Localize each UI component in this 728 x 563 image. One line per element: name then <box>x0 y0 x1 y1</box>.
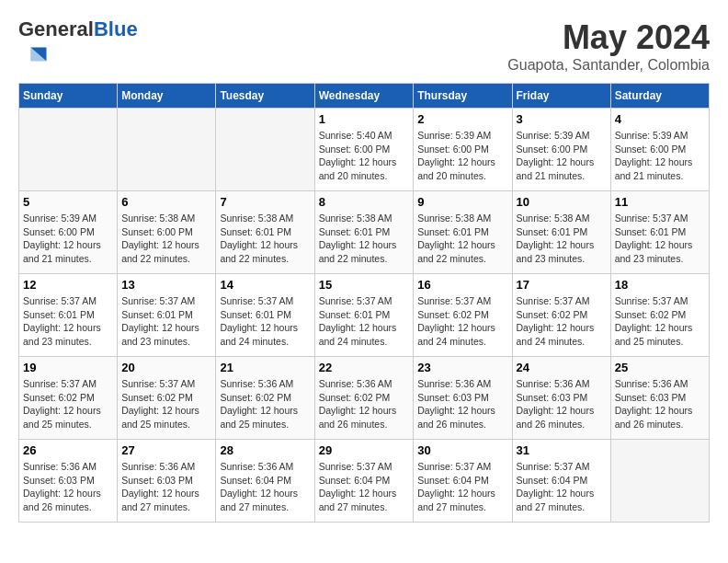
day-header-sunday: Sunday <box>19 84 118 109</box>
week-row-5: 26Sunrise: 5:36 AM Sunset: 6:03 PM Dayli… <box>19 440 710 523</box>
day-info: Sunrise: 5:38 AM Sunset: 6:01 PM Dayligh… <box>319 212 410 266</box>
day-number: 13 <box>121 278 211 292</box>
day-number: 27 <box>121 443 211 457</box>
day-header-tuesday: Tuesday <box>216 84 314 109</box>
empty-cell <box>610 440 709 523</box>
day-cell-20: 20Sunrise: 5:37 AM Sunset: 6:02 PM Dayli… <box>118 357 216 440</box>
day-info: Sunrise: 5:36 AM Sunset: 6:04 PM Dayligh… <box>220 460 310 514</box>
day-cell-13: 13Sunrise: 5:37 AM Sunset: 6:01 PM Dayli… <box>118 274 216 357</box>
day-cell-19: 19Sunrise: 5:37 AM Sunset: 6:02 PM Dayli… <box>19 357 118 440</box>
day-number: 29 <box>319 443 410 457</box>
day-number: 15 <box>319 278 410 292</box>
day-number: 28 <box>220 443 310 457</box>
day-number: 26 <box>23 443 113 457</box>
day-number: 19 <box>23 361 113 374</box>
day-info: Sunrise: 5:39 AM Sunset: 6:00 PM Dayligh… <box>23 212 113 266</box>
day-number: 20 <box>121 361 211 374</box>
day-cell-27: 27Sunrise: 5:36 AM Sunset: 6:03 PM Dayli… <box>118 440 216 523</box>
day-number: 21 <box>220 361 310 374</box>
day-number: 8 <box>319 195 410 209</box>
day-cell-16: 16Sunrise: 5:37 AM Sunset: 6:02 PM Dayli… <box>414 274 512 357</box>
day-cell-2: 2Sunrise: 5:39 AM Sunset: 6:00 PM Daylig… <box>414 109 512 191</box>
day-number: 6 <box>121 195 211 209</box>
day-number: 9 <box>417 195 507 209</box>
day-info: Sunrise: 5:36 AM Sunset: 6:02 PM Dayligh… <box>220 377 310 431</box>
day-info: Sunrise: 5:38 AM Sunset: 6:00 PM Dayligh… <box>121 212 211 266</box>
week-row-3: 12Sunrise: 5:37 AM Sunset: 6:01 PM Dayli… <box>19 274 710 357</box>
day-info: Sunrise: 5:37 AM Sunset: 6:04 PM Dayligh… <box>417 460 507 514</box>
day-number: 3 <box>517 112 607 126</box>
day-cell-17: 17Sunrise: 5:37 AM Sunset: 6:02 PM Dayli… <box>512 274 610 357</box>
day-cell-30: 30Sunrise: 5:37 AM Sunset: 6:04 PM Dayli… <box>414 440 512 523</box>
day-info: Sunrise: 5:37 AM Sunset: 6:02 PM Dayligh… <box>121 377 211 431</box>
day-number: 1 <box>319 112 410 126</box>
logo: GeneralBlue <box>18 18 138 72</box>
day-cell-1: 1Sunrise: 5:40 AM Sunset: 6:00 PM Daylig… <box>314 109 414 191</box>
empty-cell <box>216 109 314 191</box>
day-number: 11 <box>615 195 705 209</box>
day-info: Sunrise: 5:36 AM Sunset: 6:03 PM Dayligh… <box>121 460 211 514</box>
day-info: Sunrise: 5:39 AM Sunset: 6:00 PM Dayligh… <box>417 129 507 183</box>
day-info: Sunrise: 5:36 AM Sunset: 6:03 PM Dayligh… <box>417 377 507 431</box>
day-info: Sunrise: 5:37 AM Sunset: 6:01 PM Dayligh… <box>220 294 310 349</box>
week-row-4: 19Sunrise: 5:37 AM Sunset: 6:02 PM Dayli… <box>19 357 710 440</box>
day-info: Sunrise: 5:36 AM Sunset: 6:03 PM Dayligh… <box>517 377 607 431</box>
week-row-2: 5Sunrise: 5:39 AM Sunset: 6:00 PM Daylig… <box>19 191 710 274</box>
day-cell-22: 22Sunrise: 5:36 AM Sunset: 6:02 PM Dayli… <box>314 357 414 440</box>
day-info: Sunrise: 5:37 AM Sunset: 6:02 PM Dayligh… <box>615 294 705 349</box>
day-info: Sunrise: 5:37 AM Sunset: 6:01 PM Dayligh… <box>319 294 410 349</box>
day-number: 30 <box>417 443 507 457</box>
day-cell-7: 7Sunrise: 5:38 AM Sunset: 6:01 PM Daylig… <box>216 191 314 274</box>
day-info: Sunrise: 5:39 AM Sunset: 6:00 PM Dayligh… <box>517 129 607 183</box>
day-header-saturday: Saturday <box>610 84 709 109</box>
day-cell-3: 3Sunrise: 5:39 AM Sunset: 6:00 PM Daylig… <box>512 109 610 191</box>
day-cell-21: 21Sunrise: 5:36 AM Sunset: 6:02 PM Dayli… <box>216 357 314 440</box>
day-cell-23: 23Sunrise: 5:36 AM Sunset: 6:03 PM Dayli… <box>414 357 512 440</box>
day-cell-6: 6Sunrise: 5:38 AM Sunset: 6:00 PM Daylig… <box>118 191 216 274</box>
day-info: Sunrise: 5:36 AM Sunset: 6:03 PM Dayligh… <box>615 377 705 431</box>
day-info: Sunrise: 5:38 AM Sunset: 6:01 PM Dayligh… <box>417 212 507 266</box>
day-cell-24: 24Sunrise: 5:36 AM Sunset: 6:03 PM Dayli… <box>512 357 610 440</box>
logo-icon <box>20 40 48 68</box>
day-info: Sunrise: 5:38 AM Sunset: 6:01 PM Dayligh… <box>517 212 607 266</box>
day-header-monday: Monday <box>118 84 216 109</box>
week-row-1: 1Sunrise: 5:40 AM Sunset: 6:00 PM Daylig… <box>19 109 710 191</box>
day-cell-4: 4Sunrise: 5:39 AM Sunset: 6:00 PM Daylig… <box>610 109 709 191</box>
empty-cell <box>19 109 118 191</box>
day-number: 5 <box>23 195 113 209</box>
day-cell-29: 29Sunrise: 5:37 AM Sunset: 6:04 PM Dayli… <box>314 440 414 523</box>
day-number: 12 <box>23 278 113 292</box>
day-info: Sunrise: 5:37 AM Sunset: 6:04 PM Dayligh… <box>517 460 607 514</box>
day-number: 24 <box>517 361 607 374</box>
day-number: 31 <box>517 443 607 457</box>
day-cell-12: 12Sunrise: 5:37 AM Sunset: 6:01 PM Dayli… <box>19 274 118 357</box>
day-header-friday: Friday <box>512 84 610 109</box>
day-number: 22 <box>319 361 410 374</box>
day-cell-10: 10Sunrise: 5:38 AM Sunset: 6:01 PM Dayli… <box>512 191 610 274</box>
day-info: Sunrise: 5:37 AM Sunset: 6:01 PM Dayligh… <box>615 212 705 266</box>
day-number: 4 <box>615 112 705 126</box>
month-title: May 2024 <box>507 18 710 57</box>
day-cell-8: 8Sunrise: 5:38 AM Sunset: 6:01 PM Daylig… <box>314 191 414 274</box>
day-cell-26: 26Sunrise: 5:36 AM Sunset: 6:03 PM Dayli… <box>19 440 118 523</box>
day-number: 25 <box>615 361 705 374</box>
day-number: 18 <box>615 278 705 292</box>
day-cell-18: 18Sunrise: 5:37 AM Sunset: 6:02 PM Dayli… <box>610 274 709 357</box>
day-info: Sunrise: 5:37 AM Sunset: 6:02 PM Dayligh… <box>417 294 507 349</box>
header: GeneralBlue May 2024 Guapota, Santander,… <box>18 18 710 74</box>
day-number: 17 <box>517 278 607 292</box>
day-cell-28: 28Sunrise: 5:36 AM Sunset: 6:04 PM Dayli… <box>216 440 314 523</box>
day-cell-5: 5Sunrise: 5:39 AM Sunset: 6:00 PM Daylig… <box>19 191 118 274</box>
day-info: Sunrise: 5:40 AM Sunset: 6:00 PM Dayligh… <box>319 129 410 183</box>
day-info: Sunrise: 5:37 AM Sunset: 6:01 PM Dayligh… <box>121 294 211 349</box>
calendar: SundayMondayTuesdayWednesdayThursdayFrid… <box>18 83 710 523</box>
day-header-thursday: Thursday <box>414 84 512 109</box>
day-cell-31: 31Sunrise: 5:37 AM Sunset: 6:04 PM Dayli… <box>512 440 610 523</box>
day-cell-15: 15Sunrise: 5:37 AM Sunset: 6:01 PM Dayli… <box>314 274 414 357</box>
empty-cell <box>118 109 216 191</box>
location-title: Guapota, Santander, Colombia <box>507 57 710 74</box>
day-info: Sunrise: 5:37 AM Sunset: 6:01 PM Dayligh… <box>23 294 113 349</box>
logo-blue-text: Blue <box>94 17 138 40</box>
day-number: 2 <box>417 112 507 126</box>
logo-general-text: General <box>18 17 94 40</box>
